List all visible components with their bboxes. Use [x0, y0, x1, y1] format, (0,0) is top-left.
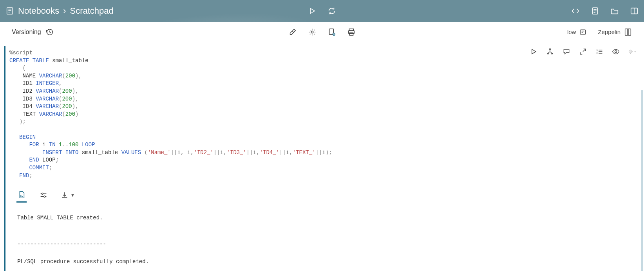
eraser-icon[interactable] [288, 28, 297, 36]
paragraph-toolbar: 12 [530, 48, 636, 56]
notebook-area: 12 %script CREATE TABLE small_table ( NA… [0, 42, 644, 271]
explain-plan-icon[interactable] [546, 48, 554, 56]
svg-point-23 [551, 53, 552, 54]
print-icon[interactable] [347, 28, 356, 36]
paragraph-cell[interactable]: 12 %script CREATE TABLE small_table ( NA… [4, 46, 642, 271]
svg-line-12 [292, 31, 294, 32]
svg-text:1: 1 [597, 49, 598, 51]
output-tab-download[interactable]: ▼ [60, 190, 75, 203]
notebook-app-icon [5, 7, 14, 15]
code-editor[interactable]: %script CREATE TABLE small_table ( NAME … [9, 48, 638, 183]
svg-point-30 [615, 51, 617, 53]
export-notebook-icon[interactable] [327, 28, 336, 36]
notebook-toolbar: Versioning low Zeppelin [0, 22, 644, 42]
document-icon[interactable] [591, 7, 599, 15]
history-icon[interactable] [45, 28, 54, 36]
svg-rect-19 [581, 30, 586, 34]
line-numbers-icon[interactable]: 12 [595, 48, 603, 56]
svg-point-37 [44, 196, 45, 197]
svg-rect-18 [349, 32, 353, 35]
svg-text:2: 2 [597, 52, 598, 54]
svg-point-35 [42, 193, 43, 195]
scrollbar[interactable] [641, 90, 643, 271]
chevron-down-icon: ▼ [71, 193, 75, 197]
svg-point-21 [549, 49, 550, 50]
interpreter-selector[interactable]: Zeppelin [598, 28, 632, 36]
code-icon[interactable] [571, 7, 580, 15]
output-text: Table SMALL_TABLE created. -------------… [9, 203, 638, 271]
consumer-group-selector[interactable]: low [567, 28, 587, 36]
expand-icon[interactable] [579, 48, 587, 56]
svg-point-22 [547, 53, 548, 54]
settings-gear-icon[interactable] [628, 48, 636, 56]
versioning-label[interactable]: Versioning [12, 29, 41, 36]
page-title: Scratchpad [70, 6, 114, 16]
folder-icon[interactable] [610, 7, 619, 15]
panel-layout-icon[interactable] [630, 7, 639, 15]
output-tab-settings[interactable] [38, 190, 49, 203]
magic-clear-icon[interactable] [308, 28, 317, 36]
svg-rect-0 [7, 8, 13, 14]
run-paragraph-icon[interactable] [530, 48, 537, 56]
svg-point-31 [630, 51, 631, 52]
consumer-group-label: low [567, 29, 576, 35]
breadcrumb: Notebooks › Scratchpad [18, 6, 114, 16]
run-all-icon[interactable] [308, 7, 317, 15]
output-tabs: ▼ [9, 186, 638, 203]
svg-marker-20 [532, 49, 536, 54]
interpreter-label: Zeppelin [598, 29, 620, 35]
svg-point-13 [311, 31, 313, 33]
output-tab-script[interactable] [16, 190, 27, 203]
breadcrumb-separator: › [63, 6, 66, 16]
comment-icon[interactable] [563, 48, 570, 56]
app-header: Notebooks › Scratchpad [0, 0, 644, 22]
breadcrumb-root[interactable]: Notebooks [18, 6, 59, 16]
visibility-icon[interactable] [612, 48, 620, 56]
svg-marker-32 [634, 51, 635, 52]
refresh-icon[interactable] [327, 7, 336, 15]
svg-marker-4 [310, 9, 315, 14]
svg-line-24 [583, 49, 586, 52]
